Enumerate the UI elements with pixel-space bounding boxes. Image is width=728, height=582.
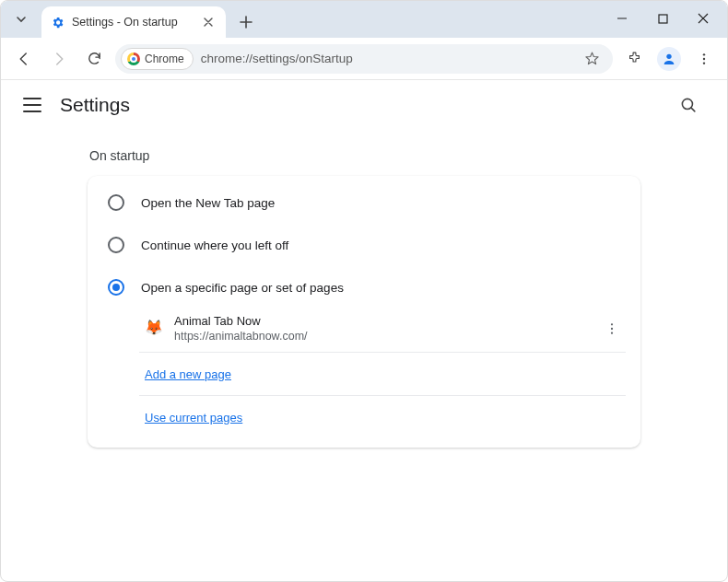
- back-button[interactable]: [10, 45, 38, 73]
- search-icon[interactable]: [672, 88, 705, 122]
- add-page-row: Add a new page: [139, 353, 626, 396]
- svg-point-8: [611, 332, 613, 333]
- bookmark-star-icon[interactable]: [584, 51, 600, 66]
- startup-card: Open the New Tab page Continue where you…: [88, 176, 640, 448]
- page-more-button[interactable]: [598, 315, 626, 343]
- page-favicon: 🦊: [145, 320, 161, 337]
- svg-point-1: [666, 53, 671, 58]
- browser-toolbar: Chrome chrome://settings/onStartup: [1, 38, 727, 80]
- radio-icon: [108, 194, 124, 211]
- radio-continue[interactable]: Continue where you left off: [88, 224, 640, 266]
- radio-label: Continue where you left off: [141, 239, 288, 252]
- browser-tab[interactable]: Settings - On startup: [41, 6, 226, 38]
- settings-header: Settings: [1, 80, 727, 130]
- extensions-icon[interactable]: [620, 45, 648, 73]
- radio-new-tab[interactable]: Open the New Tab page: [88, 181, 640, 224]
- svg-point-3: [703, 57, 705, 59]
- window-titlebar: Settings - On startup: [1, 1, 727, 38]
- omnibox[interactable]: Chrome chrome://settings/onStartup: [115, 44, 613, 74]
- page-title: Settings: [60, 94, 130, 116]
- tab-list-caret[interactable]: [6, 5, 36, 34]
- svg-rect-0: [659, 15, 667, 23]
- section-title: On startup: [88, 148, 640, 163]
- kebab-menu[interactable]: [690, 45, 718, 73]
- svg-point-6: [611, 323, 613, 325]
- new-tab-button[interactable]: [233, 9, 259, 35]
- radio-icon: [108, 237, 124, 253]
- add-page-link[interactable]: Add a new page: [145, 367, 231, 381]
- hamburger-icon[interactable]: [23, 98, 41, 112]
- radio-icon: [108, 279, 124, 296]
- svg-point-2: [703, 53, 705, 55]
- page-info: Animal Tab Now https://animaltabnow.com/: [174, 314, 585, 343]
- reload-button[interactable]: [80, 45, 108, 73]
- gear-icon: [51, 16, 65, 29]
- profile-avatar[interactable]: [655, 45, 683, 73]
- radio-label: Open the New Tab page: [141, 196, 275, 210]
- tab-title: Settings - On startup: [72, 16, 193, 29]
- site-chip[interactable]: Chrome: [121, 48, 194, 70]
- page-name: Animal Tab Now: [174, 314, 585, 328]
- window-close-button[interactable]: [683, 5, 723, 32]
- minimize-button[interactable]: [602, 5, 642, 32]
- maximize-button[interactable]: [642, 5, 683, 32]
- radio-label: Open a specific page or set of pages: [141, 281, 344, 295]
- url-text: chrome://settings/onStartup: [201, 52, 577, 65]
- startup-page-row: 🦊 Animal Tab Now https://animaltabnow.co…: [139, 308, 626, 353]
- window-controls: [602, 5, 723, 32]
- use-current-link[interactable]: Use current pages: [145, 411, 242, 425]
- startup-pages-list: 🦊 Animal Tab Now https://animaltabnow.co…: [139, 308, 626, 438]
- svg-point-7: [611, 327, 613, 329]
- settings-content: On startup Open the New Tab page Continu…: [1, 130, 727, 448]
- site-chip-label: Chrome: [145, 52, 184, 65]
- forward-button[interactable]: [45, 45, 73, 73]
- chrome-logo-icon: [127, 52, 140, 65]
- radio-specific-pages[interactable]: Open a specific page or set of pages: [88, 266, 640, 308]
- use-current-row: Use current pages: [139, 396, 626, 438]
- svg-point-4: [703, 62, 705, 64]
- close-icon[interactable]: [200, 14, 217, 30]
- page-url: https://animaltabnow.com/: [174, 330, 585, 343]
